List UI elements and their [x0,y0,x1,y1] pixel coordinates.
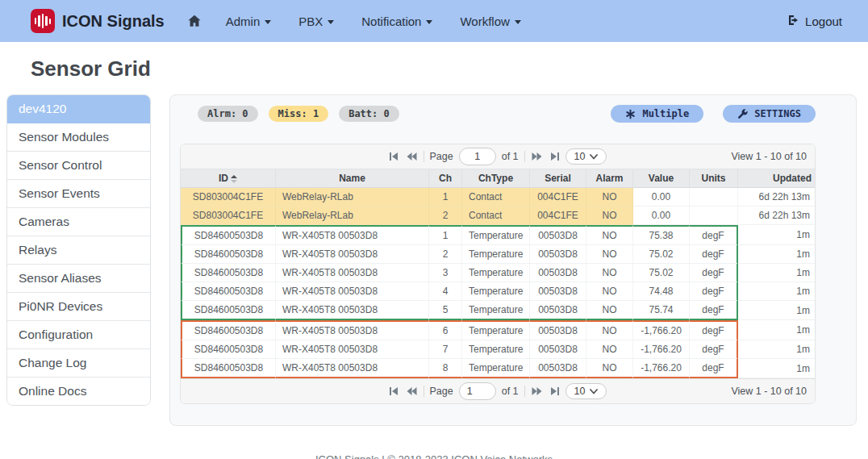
sidebar-item-dev4120[interactable]: dev4120 [7,95,150,123]
sidebar-item-cameras[interactable]: Cameras [7,208,150,236]
cell-chtype: Contact [462,188,530,207]
last-page-button[interactable] [549,386,560,396]
cell-name: WR-X405T8 00503D8 [276,245,429,264]
cell-name: WebRelay-RLab [276,207,429,225]
column-header-id[interactable]: ID [181,169,276,188]
column-header-value[interactable]: Value [633,169,690,188]
cell-alarm: NO [586,301,633,320]
table-row[interactable]: SD803004C1FEWebRelay-RLab1Contact004C1FE… [181,188,816,207]
first-page-button[interactable] [389,152,400,161]
prev-page-button[interactable] [406,386,418,396]
first-page-button[interactable] [389,386,400,396]
sidebar-item-change-log[interactable]: Change Log [7,349,150,378]
cell-alarm: NO [586,188,633,207]
cell-ch: 3 [429,264,462,282]
column-header-ch[interactable]: Ch [429,169,462,188]
column-header-serial[interactable]: Serial [530,169,586,188]
chevron-down-icon [590,389,598,394]
table-row[interactable]: SD84600503D8WR-X405T8 00503D84Temperatur… [181,282,816,301]
cell-chtype: Temperature [462,264,530,282]
cell-ch: 5 [429,301,462,320]
cell-value: 75.02 [633,264,690,282]
table-row[interactable]: SD84600503D8WR-X405T8 00503D87Temperatur… [181,340,816,359]
sidebar-item-relays[interactable]: Relays [7,236,150,265]
nav-menu-notification[interactable]: Notification [361,15,432,28]
table-row[interactable]: SD84600503D8WR-X405T8 00503D82Temperatur… [181,245,816,264]
cell-serial: 00503D8 [530,225,586,245]
sidebar-item-configuration[interactable]: Configuration [7,321,150,349]
cell-id: SD84600503D8 [181,359,276,378]
nav-menu-label: Admin [226,15,261,28]
column-header-name[interactable]: Name [276,169,429,188]
cell-ch: 1 [429,188,462,207]
page-input[interactable] [459,382,496,400]
logout-icon [787,14,799,29]
cell-name: WR-X405T8 00503D8 [276,301,429,320]
column-header-units[interactable]: Units [690,169,738,188]
cell-ch: 4 [429,282,462,301]
home-icon[interactable] [187,14,202,28]
view-range-label: View 1 - 10 of 10 [607,151,807,162]
sidebar-item-sensor-events[interactable]: Sensor Events [7,180,150,208]
cell-id: SD84600503D8 [181,245,276,264]
cell-alarm: NO [586,340,633,359]
page-label: Page [430,151,453,162]
page-size-select[interactable]: 10 [565,148,607,165]
cell-units [690,207,738,225]
nav-menu-pbx[interactable]: PBX [298,15,334,28]
cell-updated: 6d 22h 13m [738,188,816,207]
table-row[interactable]: SD84600503D8WR-X405T8 00503D85Temperatur… [181,301,816,320]
cell-id: SD803004C1FE [181,207,276,225]
nav-menu-workflow[interactable]: Workflow [460,15,520,28]
sidebar-item-sensor-modules[interactable]: Sensor Modules [7,123,150,152]
cell-alarm: NO [586,282,633,301]
prev-page-button[interactable] [406,152,418,161]
page-size-select[interactable]: 10 [565,383,607,399]
status-badge: Miss: 1 [269,106,329,122]
cell-value: 0.00 [633,188,690,207]
sidebar-item-pi0nr-devices[interactable]: Pi0NR Devices [7,293,150,321]
multiple-button[interactable]: Multiple [611,105,703,123]
caret-down-icon [265,20,271,24]
badges-container: Alrm: 0Miss: 1Batt: 0 [198,106,399,122]
page-input[interactable] [459,148,496,165]
last-page-button[interactable] [549,152,560,161]
table-row[interactable]: SD84600503D8WR-X405T8 00503D88Temperatur… [181,359,816,378]
nav-menu-admin[interactable]: Admin [226,15,272,28]
cell-chtype: Temperature [462,282,530,301]
cell-ch: 6 [429,320,462,340]
sidebar-item-sensor-aliases[interactable]: Sensor Aliases [7,265,150,293]
cell-value: -1,766.20 [633,340,690,359]
brand[interactable]: ICON Signals [31,9,165,33]
cell-alarm: NO [586,207,633,225]
table-row[interactable]: SD84600503D8WR-X405T8 00503D83Temperatur… [181,264,816,282]
sort-icon [231,175,237,183]
status-badge: Alrm: 0 [198,106,258,122]
cell-name: WR-X405T8 00503D8 [276,264,429,282]
cell-updated: 1m [738,340,816,359]
table-row[interactable]: SD84600503D8WR-X405T8 00503D86Temperatur… [181,320,816,340]
sidebar-item-sensor-control[interactable]: Sensor Control [7,152,150,180]
cell-units: degF [690,320,738,340]
next-page-button[interactable] [531,386,543,396]
column-header-alarm[interactable]: Alarm [586,169,633,188]
cell-serial: 00503D8 [530,282,586,301]
column-header-updated[interactable]: Updated [738,169,816,188]
table-row[interactable]: SD803004C1FEWebRelay-RLab2Contact004C1FE… [181,207,816,225]
nav-menu-label: Workflow [460,15,509,28]
next-page-button[interactable] [531,152,543,161]
wrench-icon [737,109,748,119]
cell-units: degF [690,282,738,301]
pagination-bottom: Page of 1 10 View 1 - 10 of 10 [181,378,815,403]
column-header-chtype[interactable]: ChType [462,169,530,188]
sidebar: dev4120Sensor ModulesSensor ControlSenso… [6,94,151,406]
settings-button[interactable]: SETTINGS [723,105,816,123]
logout-button[interactable]: Logout [787,14,842,29]
cell-chtype: Temperature [462,245,530,264]
sidebar-item-online-docs[interactable]: Online Docs [7,378,150,405]
table-row[interactable]: SD84600503D8WR-X405T8 00503D81Temperatur… [181,225,816,245]
cell-value: 74.48 [633,282,690,301]
cell-id: SD84600503D8 [181,282,276,301]
cell-chtype: Temperature [462,301,530,320]
page-of-label: of 1 [502,151,519,162]
